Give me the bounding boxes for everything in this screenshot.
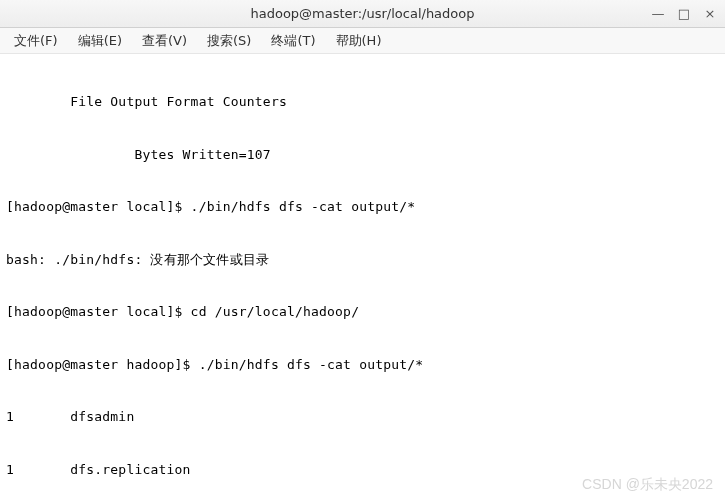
terminal-line: bash: ./bin/hdfs: 没有那个文件或目录 <box>6 251 719 269</box>
menu-edit[interactable]: 编辑(E) <box>70 29 130 53</box>
window-title: hadoop@master:/usr/local/hadoop <box>250 6 474 21</box>
menu-terminal[interactable]: 终端(T) <box>263 29 323 53</box>
maximize-button[interactable]: □ <box>675 4 693 22</box>
terminal-line: File Output Format Counters <box>6 93 719 111</box>
menu-view[interactable]: 查看(V) <box>134 29 195 53</box>
minimize-button[interactable]: — <box>649 4 667 22</box>
terminal-area[interactable]: File Output Format Counters Bytes Writte… <box>0 54 725 500</box>
terminal-line: [hadoop@master hadoop]$ ./bin/hdfs dfs -… <box>6 356 719 374</box>
close-button[interactable]: × <box>701 4 719 22</box>
menubar: 文件(F) 编辑(E) 查看(V) 搜索(S) 终端(T) 帮助(H) <box>0 28 725 54</box>
terminal-line: Bytes Written=107 <box>6 146 719 164</box>
menu-help[interactable]: 帮助(H) <box>328 29 390 53</box>
titlebar: hadoop@master:/usr/local/hadoop — □ × <box>0 0 725 28</box>
terminal-line: [hadoop@master local]$ ./bin/hdfs dfs -c… <box>6 198 719 216</box>
terminal-line: 1 dfsadmin <box>6 408 719 426</box>
menu-file[interactable]: 文件(F) <box>6 29 66 53</box>
window-controls: — □ × <box>649 4 719 22</box>
terminal-line: 1 dfs.replication <box>6 461 719 479</box>
menu-search[interactable]: 搜索(S) <box>199 29 259 53</box>
terminal-line: [hadoop@master local]$ cd /usr/local/had… <box>6 303 719 321</box>
